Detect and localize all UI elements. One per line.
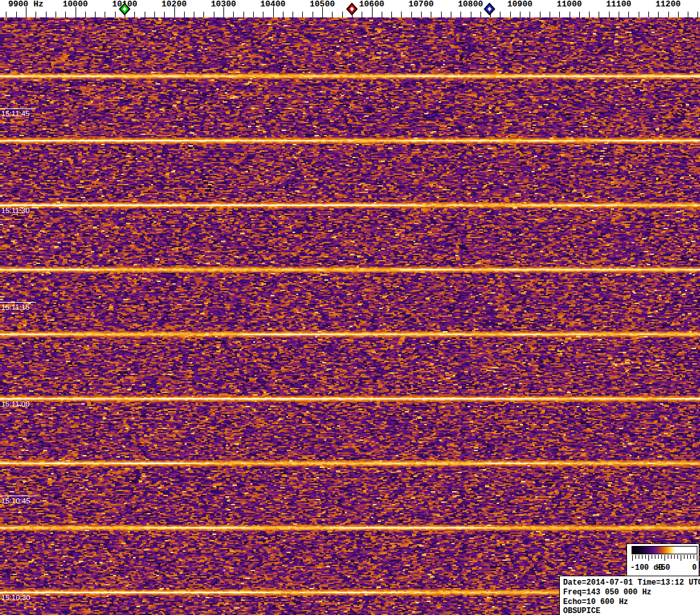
colorscale-tick <box>671 555 672 559</box>
minor-frequency-tick <box>628 12 629 17</box>
minor-frequency-tick <box>115 12 116 17</box>
minor-frequency-tick <box>65 12 66 17</box>
colorscale-tick <box>661 555 662 559</box>
colorscale-tick <box>635 555 636 559</box>
minor-frequency-tick <box>648 12 649 17</box>
minor-frequency-tick <box>253 12 254 17</box>
amplitude-colorscale: -100 dB-500 <box>626 543 699 577</box>
minor-frequency-tick <box>332 12 333 17</box>
minor-frequency-tick <box>184 12 185 17</box>
time-tick-line <box>0 108 36 109</box>
frequency-tick-label: 10800 <box>458 0 483 8</box>
minor-frequency-tick <box>243 12 244 17</box>
time-tick-line <box>0 302 36 303</box>
frequency-tick-label: 10700 <box>408 0 433 8</box>
colorscale-tick <box>645 555 646 559</box>
minor-frequency-tick <box>16 12 17 17</box>
minor-frequency-tick <box>391 12 392 17</box>
minor-frequency-tick <box>95 12 96 17</box>
minor-frequency-tick <box>164 12 165 17</box>
frequency-tick-label: 11100 <box>606 0 631 8</box>
minor-frequency-tick <box>688 12 688 17</box>
minor-frequency-tick <box>570 12 570 17</box>
minor-frequency-tick <box>639 12 639 17</box>
minor-frequency-tick <box>362 12 362 17</box>
minor-frequency-tick <box>6 12 6 17</box>
frequency-tick-label: 10400 <box>260 0 285 8</box>
minor-frequency-tick <box>293 12 293 17</box>
frequency-tick-label: 11000 <box>557 0 582 8</box>
colorscale-tick <box>690 555 691 559</box>
time-tick-line <box>0 496 36 496</box>
minor-frequency-tick <box>550 12 550 17</box>
frequency-tick-label: 11200 <box>655 0 681 8</box>
info-box-line: Echo=10 600 Hz <box>563 598 700 607</box>
colorscale-tick <box>648 555 649 561</box>
red-diamond-marker[interactable] <box>345 2 359 16</box>
minor-frequency-tick <box>530 12 530 17</box>
minor-frequency-tick <box>36 12 36 17</box>
minor-frequency-tick <box>313 12 313 17</box>
minor-frequency-tick <box>599 12 599 17</box>
colorscale-tick <box>658 555 659 559</box>
info-box-line: Freq=143 050 000 Hz <box>563 588 700 598</box>
minor-frequency-tick <box>510 12 511 17</box>
info-box-line: Date=2014-07-01 Time=13:12 UTC <box>563 578 700 588</box>
colorscale-tick <box>642 555 643 559</box>
observation-info-box: Date=2014-07-01 Time=13:12 UTCFreq=143 0… <box>559 576 700 615</box>
minor-frequency-tick <box>441 12 442 17</box>
colorscale-tick-label: 0 <box>692 563 697 572</box>
minor-frequency-tick <box>283 12 283 17</box>
minor-frequency-tick <box>134 12 135 17</box>
minor-frequency-tick <box>342 12 343 17</box>
colorscale-tick <box>652 555 652 559</box>
minor-frequency-tick <box>145 12 145 17</box>
blue-diamond-marker[interactable] <box>482 2 497 16</box>
colorscale-tick <box>694 555 694 559</box>
time-tick-label: 15:11:00 <box>1 400 30 408</box>
time-tick-label: 15:11:30 <box>1 207 30 214</box>
time-tick-line <box>0 592 36 593</box>
frequency-tick-label: 9900 Hz <box>8 0 44 8</box>
minor-frequency-tick <box>214 12 214 17</box>
frequency-tick-label: 10200 <box>161 0 187 8</box>
colorscale-tick <box>655 555 655 559</box>
green-diamond-marker[interactable] <box>118 2 132 16</box>
colorscale-tick <box>677 555 678 559</box>
waterfall-display[interactable] <box>0 17 700 615</box>
minor-frequency-tick <box>609 12 610 17</box>
minor-frequency-tick <box>233 12 234 17</box>
frequency-tick-label: 10300 <box>211 0 236 8</box>
minor-frequency-tick <box>382 12 382 17</box>
minor-frequency-tick <box>500 12 500 17</box>
frequency-axis: 9900 Hz100001010010200103001040010500106… <box>0 0 700 17</box>
minor-frequency-tick <box>559 12 560 17</box>
colorscale-tick <box>674 555 675 559</box>
frequency-tick-label: 10500 <box>309 0 335 8</box>
colorscale-tick <box>681 555 681 561</box>
time-tick-line <box>0 205 36 206</box>
frequency-tick-label: 10600 <box>359 0 384 8</box>
time-tick-label: 15:11:15 <box>1 303 30 311</box>
minor-frequency-tick <box>302 12 303 17</box>
colorscale-tick <box>632 555 633 561</box>
minor-frequency-tick <box>194 12 194 17</box>
minor-frequency-tick <box>460 12 461 17</box>
time-tick-label: 15:10:45 <box>1 497 30 505</box>
minor-frequency-tick <box>697 12 698 17</box>
info-box-line: OBSUPICE <box>563 607 700 615</box>
minor-frequency-tick <box>154 12 155 17</box>
time-tick-line <box>0 399 36 399</box>
minor-frequency-tick <box>520 12 520 17</box>
minor-frequency-tick <box>46 12 46 17</box>
frequency-tick-label: 10900 <box>507 0 532 8</box>
spectrogram-app-window: 9900 Hz100001010010200103001040010500106… <box>0 0 700 615</box>
minor-frequency-tick <box>421 12 422 17</box>
colorscale-tick <box>668 555 668 559</box>
minor-frequency-tick <box>579 12 580 17</box>
minor-frequency-tick <box>411 12 412 17</box>
minor-frequency-tick <box>619 12 619 17</box>
colorscale-tick-label: -50 <box>656 563 670 572</box>
colorscale-tick <box>664 555 665 561</box>
minor-frequency-tick <box>658 12 659 17</box>
